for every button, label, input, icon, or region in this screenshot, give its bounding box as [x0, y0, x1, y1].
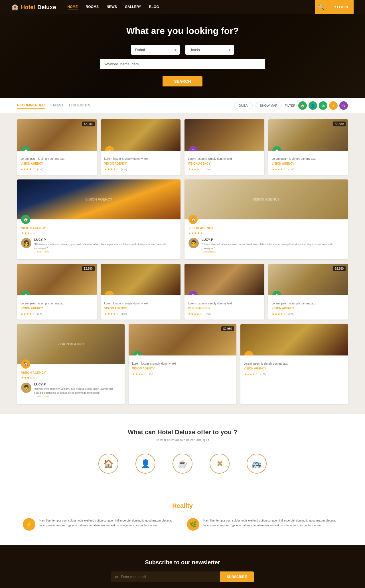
nav-news[interactable]: NEWS [107, 5, 117, 9]
reality-text-1: Nam liber tempor cum soluta nobis eleife… [39, 518, 178, 531]
reality-title: Reality [23, 502, 342, 510]
card-stars: ★★★★☆ [272, 312, 286, 316]
location-filter-dropdown[interactable]: DUBAI [234, 102, 253, 109]
tab-latest[interactable]: LATEST [50, 102, 64, 109]
tab-highlights[interactable]: HIGHLIGHTS [69, 102, 90, 109]
tab-recommended[interactable]: RECOMMENDED [17, 102, 45, 109]
filter-tabs: RECOMMENDED LATEST HIGHLIGHTS [17, 102, 90, 109]
features-icons: 🏠 👤 ☕ ✖ 🚌 [23, 454, 342, 474]
read-more-link[interactable]: ....read more [34, 250, 177, 253]
login-button[interactable]: ⊙ LOGIN [328, 0, 354, 14]
card-agency: VISION AGENCY [104, 307, 177, 310]
reality-icon-bolt: ⚡ [23, 518, 35, 531]
map-filter-dropdown[interactable]: SHOW MAP [256, 102, 282, 109]
logo-deluxe: Deluxe [37, 4, 56, 11]
list-item[interactable]: ♪ Lorem Ipsum is simply dummy text VISIO… [240, 324, 348, 404]
card-agency: VISION AGENCY [21, 307, 94, 310]
card-desc: Lorem Ipsum is simply dummy text [272, 157, 345, 161]
list-item[interactable]: ♪ Lorem Ipsum is simply dummy text VISIO… [101, 119, 181, 175]
card-badge: 🏠 [188, 215, 198, 224]
card-agency: VISION AGENCY [272, 162, 345, 165]
nav-rooms[interactable]: ROOMS [86, 5, 99, 9]
reviewer-name: LUCY-P [34, 383, 121, 386]
card-price: $2,980 [82, 122, 95, 126]
subscribe-button[interactable]: SUBSCRIBE [220, 571, 254, 582]
card-agency: VISION AGENCY [21, 371, 121, 374]
card-stars: ★★★★☆ [132, 372, 146, 376]
newsletter-form: ✉ SUBSCRIBE [111, 571, 254, 582]
header-search-button[interactable]: 🔍 [315, 0, 328, 14]
newsletter-input-wrapper: ✉ [111, 571, 220, 582]
card-desc: Lorem Ipsum is simply dummy text [188, 157, 261, 161]
filter-icon-home[interactable]: 🏠 [298, 101, 307, 110]
card-price: $2,980 [333, 266, 346, 271]
card-desc: Lorem Ipsum is simply dummy text [188, 302, 261, 306]
reality-item-1: ⚡ Nam liber tempor cum soluta nobis elei… [23, 518, 178, 531]
reviewer-name: LUCY-P [34, 238, 177, 241]
location-dropdown-wrapper: Dubai Abu Dhabi Sharjah [131, 45, 180, 55]
card-stars: ★★★☆☆ [21, 376, 35, 380]
card-reviews: (236) [288, 168, 294, 171]
logo[interactable]: 🏨 Hotel Deluxe [11, 4, 56, 11]
list-item[interactable]: ⊙ Lorem Ipsum is simply dummy text VISIO… [184, 119, 264, 175]
card-agency: VISION AGENCY [132, 367, 233, 370]
list-item[interactable]: 🏠 VISION AGENCY VISION AGENCY ★★★☆☆ 👨 LU… [17, 324, 125, 404]
filter-icon-user[interactable]: 👤 [309, 101, 317, 110]
avatar: 👨 [188, 238, 199, 248]
filter-icon-music[interactable]: ♪ [329, 101, 338, 110]
card-agency: VISION AGENCY [21, 162, 94, 165]
card-desc: Lorem Ipsum is simply dummy text [132, 362, 233, 366]
feature-icon-coffee: ☕ [173, 454, 192, 474]
header: 🏨 Hotel Deluxe HOME ROOMS NEWS GALLERY B… [0, 0, 365, 14]
list-item[interactable]: $2,980 🏠 Lorem Ipsum is simply dummy tex… [268, 264, 348, 320]
list-item[interactable]: ⊙ Lorem Ipsum is simply dummy text VISIO… [184, 264, 264, 320]
card-reviews: (138) [121, 168, 127, 171]
card-reviews: (236) [37, 313, 43, 316]
feature-icon-home: 🏠 [98, 454, 118, 474]
filter-icon-mail[interactable]: ✉ [319, 101, 327, 110]
card-desc: Lorem Ipsum is simply dummy text [21, 302, 94, 306]
list-item[interactable]: $2,980 🏠 Lorem Ipsum is simply dummy tex… [17, 119, 97, 175]
nav-blog[interactable]: BLOG [149, 5, 159, 9]
card-stars: ★★★★☆ [188, 312, 202, 316]
card-reviews: (236) [288, 313, 294, 316]
search-icon: 🔍 [319, 5, 324, 10]
feature-icon-restaurant: ✖ [210, 454, 230, 474]
reality-item-2: 🌿 Nam liber tempor cum soluta nobis elei… [187, 518, 342, 531]
features-section: What can Hotel Deluxe offer to you ? Ut … [0, 414, 365, 502]
newsletter-section: Subscribe to our newsletter ✉ SUBSCRIBE [0, 545, 365, 588]
reality-grid: ⚡ Nam liber tempor cum soluta nobis elei… [23, 518, 342, 531]
list-item[interactable]: $2,980 🏠 Lorem Ipsum is simply dummy tex… [17, 264, 97, 320]
type-dropdown[interactable]: Hotels Apartments Resorts [185, 45, 234, 55]
review-text: "Ut wisi enim ad minim veniam, quis nost… [34, 243, 177, 250]
avatar: 👨 [21, 383, 31, 393]
list-item[interactable]: 🏠 VISION AGENCY VISION AGENCY ★★★★★ 👨 LU… [184, 179, 348, 259]
card-stars: ★★★★☆ [272, 167, 286, 171]
newsletter-email-input[interactable] [121, 571, 216, 582]
list-item[interactable]: $2,880 🏠 Lorem Ipsum is simply dummy tex… [268, 119, 348, 175]
read-more-link[interactable]: ....read more [34, 395, 121, 398]
location-dropdown[interactable]: Dubai Abu Dhabi Sharjah [131, 45, 180, 55]
features-subtitle: Ut wisi enim ad minim veniam, quis [23, 438, 342, 442]
card-agency: VISION AGENCY [272, 307, 345, 310]
filter-icon-game[interactable]: ⊙ [339, 101, 348, 110]
list-item[interactable]: $2,980 🏠 Lorem Ipsum is simply dummy tex… [129, 324, 236, 404]
card-stars: ★★★★☆ [188, 167, 202, 171]
reality-section: Reality ⚡ Nam liber tempor cum soluta no… [0, 502, 365, 545]
card-stars: ★★★★☆ [244, 372, 258, 376]
read-more-link[interactable]: ....read more [202, 250, 344, 253]
main-content: $2,980 🏠 Lorem Ipsum is simply dummy tex… [0, 114, 365, 414]
card-stars: ★★★★☆ [21, 167, 35, 171]
card-agency: VISION AGENCY [188, 226, 344, 230]
nav-home[interactable]: HOME [68, 5, 78, 9]
card-stars: ★★★★★ [188, 231, 203, 235]
nav-gallery[interactable]: GALLERY [125, 5, 141, 9]
list-item[interactable]: 🏠 VISION AGENCY VISION AGENCY ★★★☆☆ 👩 LU… [17, 179, 181, 259]
card-reviews: (136) [204, 313, 210, 316]
feature-icon-service: 👤 [135, 454, 155, 474]
cards-row-4: 🏠 VISION AGENCY VISION AGENCY ★★★☆☆ 👨 LU… [17, 324, 348, 404]
card-agency: VISION AGENCY [244, 367, 344, 370]
search-button[interactable]: SEARCH [163, 76, 202, 86]
search-input[interactable] [100, 59, 265, 69]
list-item[interactable]: ♪ Lorem Ipsum is simply dummy text VISIO… [101, 264, 181, 320]
